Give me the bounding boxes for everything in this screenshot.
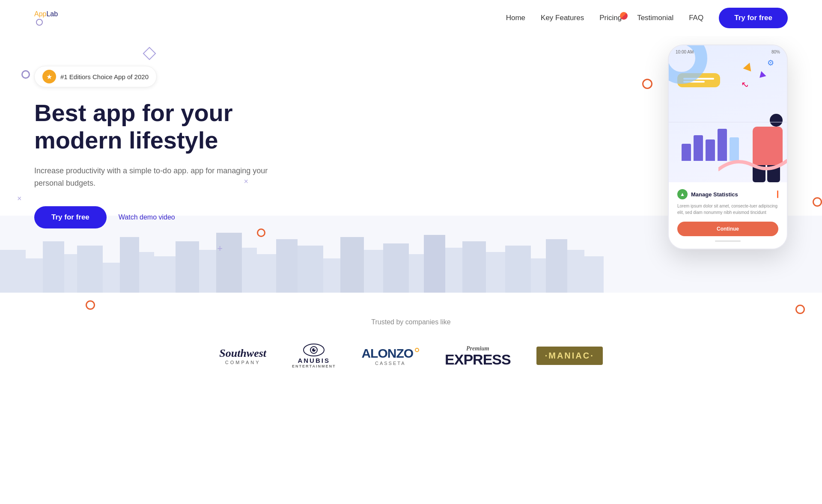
circle-orange-far-right [813, 197, 822, 207]
svg-rect-25 [486, 252, 505, 293]
svg-rect-12 [216, 233, 242, 293]
logo-anubis: ANUBIS ENTERTAINMENT [292, 343, 336, 368]
hero-content: × × + ★ #1 Editiors Choice App of 2020 B… [0, 36, 822, 293]
phone-card-icon: ▲ [677, 189, 688, 199]
svg-rect-8 [139, 252, 154, 293]
svg-rect-17 [323, 258, 340, 293]
phone-home-bar [715, 240, 741, 242]
svg-rect-18 [340, 237, 364, 293]
svg-rect-1 [0, 250, 26, 293]
svg-rect-20 [383, 243, 409, 293]
svg-rect-2 [26, 258, 43, 293]
nav-key-features[interactable]: Key Features [541, 14, 584, 22]
alonzo-name-row: ALONZO [361, 346, 419, 361]
trusted-label: Trusted by companies like [34, 318, 788, 326]
svg-rect-9 [154, 256, 176, 293]
badge-text: #1 Editiors Choice App of 2020 [60, 73, 149, 80]
svg-rect-7 [120, 237, 139, 293]
logo[interactable]: AppLab [34, 10, 58, 26]
phone-screen-top: 10:00 AM 80% ↩ ⚙ [669, 45, 787, 182]
svg-point-35 [314, 349, 316, 350]
plus-decoration: + [217, 243, 223, 254]
nav-testimonial[interactable]: Testimonial [637, 14, 673, 22]
svg-rect-10 [176, 241, 199, 293]
diamond-decoration [143, 47, 156, 60]
hero-actions: Try for free Watch demo video [34, 206, 274, 228]
phone-battery: 80% [771, 50, 780, 54]
anubis-sub: ENTERTAINMENT [292, 364, 336, 368]
svg-rect-16 [298, 246, 323, 293]
svg-rect-14 [257, 254, 276, 293]
svg-rect-13 [242, 248, 257, 293]
alonzo-sub: CASSETA [375, 361, 406, 366]
svg-rect-15 [276, 239, 298, 293]
svg-rect-5 [77, 246, 103, 293]
anubis-name: ANUBIS [298, 357, 330, 364]
logo-alonzo: ALONZO CASSETA [361, 346, 419, 366]
editor-choice-badge: ★ #1 Editiors Choice App of 2020 [34, 66, 157, 87]
badge-icon: ★ [42, 70, 56, 83]
svg-rect-3 [43, 241, 64, 293]
nav-cta-button[interactable]: Try for free [719, 8, 788, 28]
svg-rect-11 [199, 250, 216, 293]
nav-home[interactable]: Home [506, 14, 525, 22]
trusted-logos: Southwest COMPANY ANUBIS ENTERTAINMENT A… [34, 343, 788, 368]
phone-card-body: Lorem ipsum dolor sit amet, consecte-tue… [677, 203, 778, 216]
svg-rect-21 [409, 254, 424, 293]
bar-2 [694, 135, 703, 161]
express-text: EXPRESS [445, 352, 511, 367]
svg-rect-22 [424, 235, 445, 293]
svg-rect-28 [546, 239, 567, 293]
logo-lab-text: Lab [46, 10, 58, 18]
x-decoration-left: × [17, 194, 22, 203]
logo-maniac: ·MANIAC· [536, 347, 603, 365]
nav-faq[interactable]: FAQ [689, 14, 703, 22]
person-head [770, 114, 783, 127]
logo-app-text: App [34, 10, 46, 18]
svg-rect-29 [567, 250, 584, 293]
alonzo-dot [415, 348, 419, 352]
logo-southwest: Southwest COMPANY [219, 347, 266, 365]
triangle-orange [743, 61, 754, 71]
svg-rect-26 [505, 246, 531, 293]
arrow-red: ↩ [739, 79, 751, 91]
gear-icon: ⚙ [767, 58, 774, 68]
svg-rect-19 [364, 250, 383, 293]
phone-mockup: 10:00 AM 80% ↩ ⚙ [668, 44, 788, 249]
phone-card-header: ▲ Manage Statistics [677, 189, 778, 199]
hero-cta-button[interactable]: Try for free [34, 206, 107, 228]
nav-pricing-wrap: Pricing [599, 14, 622, 22]
hero-demo-link[interactable]: Watch demo video [119, 213, 175, 221]
trusted-section: Trusted by companies like Southwest COMP… [0, 293, 822, 385]
anubis-eye-svg [303, 343, 325, 357]
x-decoration-right: × [244, 177, 248, 186]
hero-section: × × + ★ #1 Editiors Choice App of 2020 B… [0, 36, 822, 293]
logo-decoration-circle [36, 19, 43, 26]
svg-rect-23 [445, 248, 462, 293]
southwest-name: Southwest [219, 347, 266, 360]
wavy-line [718, 152, 787, 178]
triangle-purple [758, 70, 766, 78]
nav-links: Home Key Features Pricing Testimonial FA… [506, 8, 788, 28]
alonzo-name: ALONZO [361, 346, 413, 361]
person-arm [774, 127, 783, 145]
svg-rect-24 [462, 241, 486, 293]
svg-rect-30 [584, 256, 604, 293]
circle-purple-decoration [21, 70, 30, 79]
phone-card-dash [777, 190, 778, 198]
phone-card-title-row: ▲ Manage Statistics [677, 189, 738, 199]
phone-card: ▲ Manage Statistics Lorem ipsum dolor si… [669, 182, 787, 249]
circle-orange-right [642, 79, 652, 89]
circle-orange-bottom [86, 300, 95, 310]
bar-3 [706, 139, 715, 161]
bar-1 [682, 144, 691, 161]
hero-subtitle: Increase productivity with a simple to-d… [34, 165, 274, 190]
hero-left: × × + ★ #1 Editiors Choice App of 2020 B… [34, 53, 274, 228]
nav-pricing[interactable]: Pricing [599, 14, 622, 22]
hero-title: Best app for your modern lifestyle [34, 99, 274, 154]
phone-bottom-indicator [677, 240, 778, 242]
logo-premium-express: Premium EXPRESS [445, 345, 511, 367]
svg-rect-27 [531, 258, 546, 293]
hero-right: 10:00 AM 80% ↩ ⚙ [668, 44, 788, 249]
phone-card-button[interactable]: Continue [677, 222, 778, 236]
